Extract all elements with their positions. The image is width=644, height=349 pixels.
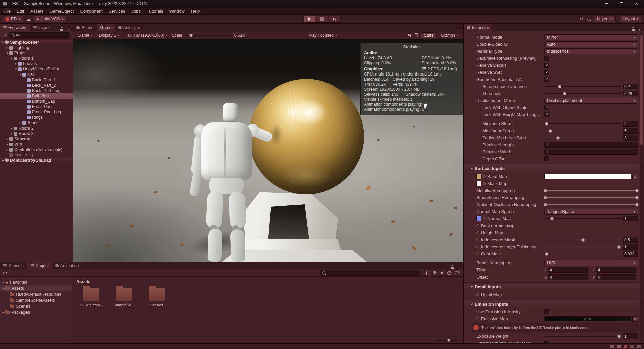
lock-icon[interactable] xyxy=(451,267,454,269)
x-tiling[interactable]: 4 xyxy=(548,267,588,273)
message-icon[interactable] xyxy=(630,345,634,348)
project-tree-item-scenes[interactable]: Scenes xyxy=(0,303,72,309)
menu-edit[interactable]: Edit xyxy=(14,8,27,14)
close-button[interactable]: × xyxy=(629,0,644,8)
menu-file[interactable]: File xyxy=(1,8,14,14)
hierarchy-item-front-part[interactable]: Front_Part xyxy=(0,104,73,109)
foldout-right-icon[interactable]: ▸ xyxy=(18,121,22,124)
foldout-right-icon[interactable]: ▸ xyxy=(10,132,14,135)
foldout-right-icon[interactable]: ▸ xyxy=(1,159,5,162)
project-tree-item-hdrpdefaultresources[interactable]: HDRPDefaultResources xyxy=(0,291,72,297)
lock-icon[interactable] xyxy=(632,29,635,31)
tab-animator[interactable]: Animator xyxy=(115,24,144,31)
tab-scene[interactable]: Scene xyxy=(73,24,97,31)
menu-component[interactable]: Component xyxy=(77,8,105,14)
value-exposure-weight[interactable]: 1 xyxy=(623,333,638,339)
scale-slider[interactable] xyxy=(186,35,231,36)
tab-inspector[interactable]: Inspector xyxy=(464,24,492,31)
foldout-down-icon[interactable]: ▾ xyxy=(1,287,5,290)
value-fading-mip-level-start[interactable]: 3 xyxy=(623,135,638,141)
zoom-slider-handle[interactable] xyxy=(447,339,450,342)
hidden-packages-icon[interactable] xyxy=(447,271,452,275)
foldout-right-icon[interactable]: ▸ xyxy=(5,148,9,151)
menu-window[interactable]: Window xyxy=(166,8,187,14)
hierarchy-item-back-part-1[interactable]: Back_Part_1 xyxy=(0,77,73,83)
texture-swatch[interactable] xyxy=(476,181,481,186)
hierarchy-item-room-2[interactable]: ▸Room 2 xyxy=(0,126,73,131)
menu-help[interactable]: Help xyxy=(188,8,203,14)
value-minimum-steps[interactable]: 2 xyxy=(623,121,638,127)
section-surface-inputs[interactable]: ▾Surface Inputs xyxy=(464,164,644,173)
hierarchy-item-lighting[interactable]: ▸Lighting xyxy=(0,45,73,50)
checkbox-lock-with-object-scale[interactable]: ✓ xyxy=(544,105,549,110)
tab-project[interactable]: Project xyxy=(27,262,52,269)
object-picker-icon[interactable] xyxy=(483,217,486,220)
cloud-services-icon[interactable]: ☁ xyxy=(26,17,31,22)
value-normal-map[interactable]: 1 xyxy=(623,216,638,221)
slider-handle[interactable] xyxy=(556,136,560,140)
hierarchy-item-structure[interactable]: ▸Structure xyxy=(0,136,73,142)
unity-vcs-dropdown[interactable]: ◆ Unity VCS ▾ xyxy=(34,16,66,22)
object-picker-icon[interactable] xyxy=(476,293,479,296)
object-picker-icon[interactable] xyxy=(476,224,479,227)
tab-console[interactable]: Console xyxy=(0,262,27,269)
checkbox-emission-multiply-with-base[interactable] xyxy=(544,341,549,343)
account-dropdown[interactable]: ED ▾ xyxy=(3,16,23,22)
object-picker-icon[interactable] xyxy=(476,238,479,241)
display-dropdown[interactable]: Display 1 ▾ xyxy=(97,33,121,38)
foldout-right-icon[interactable]: ▸ xyxy=(5,137,9,141)
refresh-icon[interactable] xyxy=(617,345,621,348)
cache-server-icon[interactable] xyxy=(610,345,614,348)
hierarchy-item-stand[interactable]: ▸Stand xyxy=(0,120,73,126)
slider-handle[interactable] xyxy=(617,245,621,249)
checkbox-lock-with-height-map-tiling-rat[interactable]: ✓ xyxy=(544,112,549,117)
object-picker-icon[interactable] xyxy=(476,252,479,255)
texture-swatch[interactable] xyxy=(476,174,481,179)
object-picker-icon[interactable] xyxy=(476,231,479,234)
notification-icon[interactable] xyxy=(624,345,627,348)
dropdown-material-type[interactable]: Iridescence▾ xyxy=(544,48,638,54)
slider-normal-map[interactable] xyxy=(544,216,621,221)
slider-handle[interactable] xyxy=(558,85,561,88)
play-button[interactable] xyxy=(304,16,316,23)
y-offset[interactable]: 0 xyxy=(596,274,636,280)
game-viewport[interactable]: Statistics Audio: Level: -74.8 dBDSP loa… xyxy=(73,39,463,262)
hierarchy-item-vfx[interactable]: ▸VFX xyxy=(0,142,73,147)
search-by-type-icon[interactable] xyxy=(426,271,430,275)
slider-fading-mip-level-start[interactable] xyxy=(544,135,621,141)
foldout-down-icon[interactable]: ▾ xyxy=(1,41,5,44)
minimize-button[interactable] xyxy=(599,0,614,8)
range-metallic-remapping[interactable] xyxy=(544,188,638,193)
thumbnail-zoom-slider[interactable] xyxy=(436,340,457,341)
play-focused-dropdown[interactable]: Play Focused ▾ xyxy=(306,33,339,38)
panel-menu-icon[interactable]: ⋮ xyxy=(638,27,642,31)
pause-button[interactable] xyxy=(316,16,328,23)
checkbox-receive-decals[interactable]: ✓ xyxy=(544,63,549,68)
foldout-right-icon[interactable]: ▸ xyxy=(14,62,18,65)
value-maximum-steps[interactable]: 5 xyxy=(623,128,638,134)
hierarchy-item-room-3[interactable]: ▸Room 3 xyxy=(0,131,73,136)
hierarchy-item-ball-part[interactable]: Ball_Part xyxy=(0,93,73,99)
color-picker-icon[interactable] xyxy=(632,174,638,179)
range-smoothness-remapping[interactable] xyxy=(544,195,638,200)
slider-handle[interactable] xyxy=(563,92,566,95)
range-handle-min[interactable] xyxy=(544,203,547,206)
dropdown-displacement-mode[interactable]: Pixel displacement▾ xyxy=(544,98,638,104)
undo-history-icon[interactable]: ↺ xyxy=(580,16,584,22)
hierarchy-item-front-part-log[interactable]: Front_Part_Log xyxy=(0,109,73,115)
slider-coat-mask[interactable] xyxy=(544,251,621,257)
foldout-down-icon[interactable]: ▾ xyxy=(14,67,18,71)
resolution-dropdown[interactable]: Full HD (1920x1080) ▾ xyxy=(124,33,170,38)
range-handle-min[interactable] xyxy=(544,189,547,192)
foldout-down-icon[interactable]: ▾ xyxy=(10,57,14,60)
slider-minimum-steps[interactable] xyxy=(544,121,621,127)
create-object-button[interactable]: +▾ xyxy=(2,32,6,37)
hierarchy-item-rings[interactable]: Rings xyxy=(0,115,73,120)
hierarchy-item-back-part-2[interactable]: Back_Part_2 xyxy=(0,83,73,88)
tab-game[interactable]: Game xyxy=(97,24,115,31)
slider-threshold[interactable] xyxy=(544,91,621,96)
menu-assets[interactable]: Assets xyxy=(27,8,46,14)
panel-menu-icon[interactable]: ⋮ xyxy=(457,265,461,269)
dropdown-double-sided-gi[interactable]: Auto▾ xyxy=(544,41,638,47)
slider-handle[interactable] xyxy=(545,122,548,126)
